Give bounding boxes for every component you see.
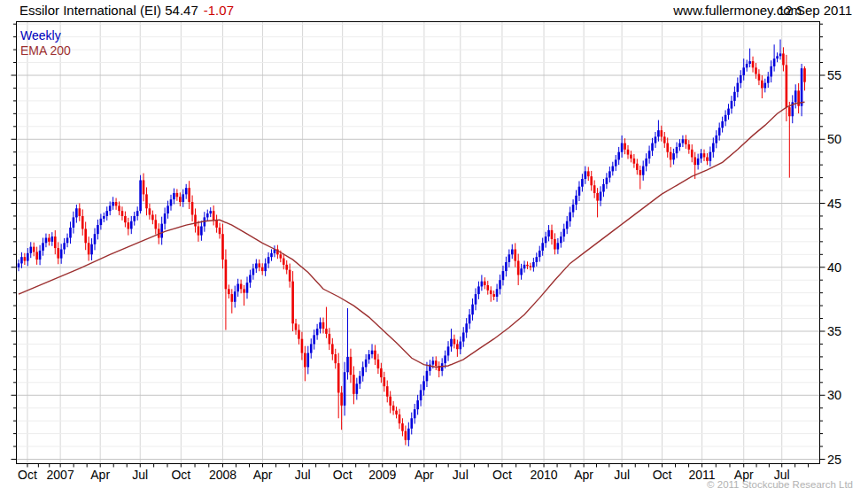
y-axis-label: 40	[827, 260, 841, 275]
candle-body	[128, 222, 130, 229]
candle-body	[325, 329, 328, 334]
candle-body	[27, 253, 29, 261]
candle-body	[742, 67, 745, 75]
candle-body	[737, 83, 740, 92]
candle-body	[313, 335, 315, 344]
candle-body	[136, 211, 139, 216]
x-axis-label: Oct	[333, 468, 353, 482]
legend-timeframe: Weekly	[20, 28, 61, 43]
candle-body	[356, 384, 359, 394]
candle-body	[801, 68, 803, 105]
candle-body	[469, 314, 471, 323]
candle-body	[105, 211, 108, 216]
candle-body	[258, 263, 260, 267]
candle-body	[786, 65, 788, 107]
candle-body	[471, 305, 474, 315]
candle-body	[350, 357, 353, 375]
candle-body	[639, 170, 641, 175]
candle-body	[697, 159, 700, 165]
candle-body	[486, 285, 489, 291]
candle-body	[69, 228, 72, 238]
candle-body	[66, 238, 69, 244]
candle-body	[310, 344, 313, 353]
candle-body	[477, 286, 480, 294]
candle-body	[361, 367, 364, 376]
candle-body	[179, 197, 182, 202]
candle-body	[155, 220, 158, 229]
price-chart: Essilor International (EI) 54.47-1.07 ww…	[0, 0, 868, 496]
candle-body	[746, 64, 748, 67]
candle-body	[90, 244, 93, 255]
candle-body	[188, 188, 190, 202]
candle-body	[234, 291, 236, 302]
x-axis-label: Oct	[492, 468, 512, 482]
candle-body	[346, 357, 349, 372]
candle-body	[81, 216, 84, 229]
candle-body	[727, 109, 730, 115]
x-axis-label: 2009	[368, 468, 396, 482]
x-axis-label: Jul	[295, 468, 311, 482]
candle-body	[585, 171, 587, 179]
legend-ema: EMA 200	[20, 43, 71, 58]
candle-body	[151, 215, 154, 221]
candle-body	[416, 400, 419, 409]
candle-body	[322, 322, 325, 329]
candle-body	[295, 323, 298, 329]
candle-body	[307, 353, 310, 368]
candle-body	[103, 216, 105, 219]
candle-body	[648, 151, 651, 159]
candle-body	[88, 243, 90, 254]
x-axis-label: Jul	[614, 468, 630, 482]
candle-body	[334, 354, 337, 363]
candle-body	[39, 251, 42, 260]
candle-body	[511, 250, 514, 255]
x-axis-label: 2010	[530, 468, 557, 482]
copyright-text: © 2011 Stockcube Research Ltd	[707, 479, 853, 490]
candle-body	[700, 153, 702, 159]
candle-body	[285, 265, 288, 270]
candle-body	[228, 289, 230, 294]
candle-body	[422, 381, 425, 390]
candle-body	[182, 194, 184, 202]
candle-body	[20, 257, 23, 263]
candle-body	[246, 283, 249, 293]
candle-body	[426, 371, 429, 382]
candle-body	[283, 259, 285, 265]
y-axis-label: 50	[827, 132, 841, 146]
candle-body	[715, 136, 717, 143]
x-axis-label: Oct	[18, 468, 37, 482]
candle-body	[243, 289, 245, 292]
candle-body	[526, 265, 529, 266]
candle-body	[380, 368, 383, 377]
candle-body	[121, 211, 124, 216]
candle-body	[270, 253, 273, 257]
candle-body	[554, 239, 556, 250]
candle-body	[709, 152, 712, 161]
candle-body	[575, 196, 577, 205]
candle-body	[252, 268, 255, 275]
candle-body	[676, 147, 678, 153]
candle-body	[755, 67, 757, 74]
candle-body	[462, 332, 465, 341]
candle-body	[407, 429, 410, 440]
candle-body	[779, 53, 782, 56]
candle-body	[581, 179, 584, 187]
candle-body	[401, 423, 404, 431]
candle-body	[703, 153, 706, 157]
candle-body	[73, 217, 75, 228]
candle-body	[319, 322, 322, 329]
candle-body	[475, 294, 477, 305]
candle-body	[502, 271, 505, 280]
candle-body	[733, 92, 736, 101]
candle-body	[392, 406, 395, 411]
candle-body	[213, 211, 215, 220]
candle-body	[718, 128, 721, 136]
candle-body	[194, 215, 197, 227]
candle-body	[420, 390, 422, 400]
candle-body	[655, 136, 657, 143]
candle-body	[600, 191, 602, 200]
candle-body	[666, 143, 669, 152]
candle-body	[642, 167, 645, 175]
candle-body	[185, 188, 188, 194]
candle-body	[340, 392, 343, 405]
